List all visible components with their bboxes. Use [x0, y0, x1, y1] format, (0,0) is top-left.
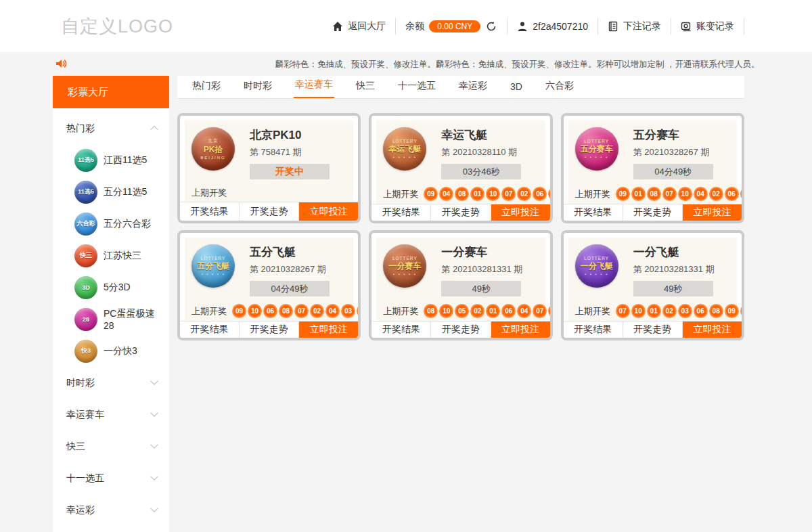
lottery-badge-icon: 快3 [74, 340, 97, 363]
result-ball: 02 [470, 304, 484, 318]
sidebar-group-4[interactable]: 十一选五 [66, 462, 157, 494]
result-ball: 06 [263, 304, 277, 318]
bet-now-button[interactable]: 立即投注 [491, 322, 550, 338]
username-text: 2f2a4507210 [533, 21, 588, 32]
tab-5[interactable]: 十一选五 [397, 80, 437, 98]
sidebar-item-3[interactable]: 六合彩五分六合彩 [66, 208, 157, 240]
game-logo-sub: • • • • • [393, 272, 417, 276]
bet-now-button[interactable]: 立即投注 [683, 322, 742, 338]
sidebar-item-7[interactable]: 快3一分快3 [66, 335, 157, 367]
tab-7[interactable]: 3D [509, 81, 524, 98]
account-records-link[interactable]: 账变记录 [681, 20, 734, 32]
notice-bar: 麟彩特色：免抽成、预设开奖、修改注单。麟彩特色：免抽成、预设开奖、修改注单。彩种… [0, 53, 812, 76]
last-draw-label: 上期开奖 [383, 188, 418, 200]
lottery-badge-icon: 快三 [74, 244, 97, 267]
refresh-balance-icon[interactable] [485, 20, 497, 32]
user-account[interactable]: 2f2a4507210 [517, 21, 588, 32]
balance-badge: 0.00 CNY [429, 20, 480, 32]
bet-records-link[interactable]: 下注记录 [608, 20, 661, 32]
tab-4[interactable]: 快三 [355, 80, 376, 98]
result-ball: 06 [694, 304, 708, 318]
sidebar: 彩票大厅 热门彩 11选5江西11选511选5五分11选5六合彩五分六合彩快三江… [53, 76, 169, 532]
game-logo-icon: LOTTERY一分赛车• • • • • [383, 244, 426, 288]
back-to-hall-link[interactable]: 返回大厅 [332, 20, 386, 32]
game-issue: 第 20210328267 期 [633, 146, 730, 158]
sidebar-item-1[interactable]: 11选5江西11选5 [66, 144, 157, 176]
chevron-down-icon [150, 472, 158, 480]
last-draw-row: 上期开奖091006080702040305 [191, 304, 346, 318]
result-ball: 06 [501, 304, 516, 318]
tab-3[interactable]: 幸运赛车 [294, 79, 334, 98]
trend-button[interactable]: 开奖走势 [623, 204, 683, 221]
drawing-status: 开奖中 [250, 164, 330, 179]
trend-button[interactable]: 开奖走势 [623, 322, 683, 338]
last-draw-label: 上期开奖 [575, 188, 610, 200]
sidebar-group-2[interactable]: 幸运赛车 [66, 399, 157, 430]
sidebar-item-2[interactable]: 11选5五分11选5 [66, 176, 157, 208]
bet-now-button[interactable]: 立即投注 [683, 204, 742, 221]
result-ball: 01 [470, 187, 484, 201]
game-logo-icon: LOTTERY幸运飞艇• • • • • [383, 127, 426, 171]
trend-button[interactable]: 开奖走势 [431, 204, 491, 221]
bet-now-button[interactable]: 立即投注 [299, 202, 358, 221]
game-logo-sub: • • • • • [393, 155, 417, 159]
sidebar-item-4[interactable]: 快三江苏快三 [66, 240, 157, 271]
lottery-badge-icon: 28 [74, 308, 97, 331]
sidebar-group-label: 幸运赛车 [66, 409, 104, 421]
sidebar-group-hot[interactable]: 热门彩 [66, 112, 157, 144]
tab-1[interactable]: 热门彩 [191, 80, 222, 98]
lottery-badge-icon: 3D [74, 276, 97, 299]
trend-button[interactable]: 开奖走势 [431, 322, 491, 338]
result-ball: 05 [455, 304, 469, 318]
bet-now-button[interactable]: 立即投注 [299, 322, 358, 338]
divider [597, 18, 598, 35]
game-logo-top: LOTTERY [201, 256, 226, 261]
game-title: 北京PK10 [250, 127, 346, 143]
sidebar-group-label: 幸运彩 [66, 504, 95, 516]
results-button[interactable]: 开奖结果 [180, 202, 240, 221]
results-button[interactable]: 开奖结果 [564, 204, 623, 221]
game-title: 一分飞艇 [633, 244, 730, 260]
last-draw-label: 上期开奖 [575, 305, 610, 317]
card-body: LOTTERY幸运飞艇• • • • •幸运飞艇第 20210328110 期0… [376, 120, 545, 204]
sidebar-group-3[interactable]: 快三 [66, 430, 157, 462]
results-button[interactable]: 开奖结果 [180, 322, 240, 338]
results-button[interactable]: 开奖结果 [564, 322, 623, 338]
game-logo-top: LOTTERY [392, 139, 418, 143]
sidebar-group-label: 快三 [66, 441, 85, 453]
game-issue: 第 758471 期 [250, 146, 346, 158]
result-ball: 09 [725, 304, 739, 318]
sidebar-item-label: 江苏快三 [104, 250, 141, 262]
last-draw-balls: 081005020106040703 [424, 304, 552, 318]
tab-8[interactable]: 六合彩 [544, 80, 575, 98]
result-ball: 02 [517, 187, 531, 201]
result-ball: 03 [341, 304, 355, 318]
sidebar-group-6[interactable]: 3D [66, 526, 157, 532]
last-draw-row: 上期开奖090408011007020605 [383, 187, 538, 201]
game-issue: 第 20210328110 期 [441, 146, 538, 158]
result-ball: 07 [533, 304, 547, 318]
result-ball: 08 [279, 304, 293, 318]
results-button[interactable]: 开奖结果 [371, 204, 431, 221]
result-ball: 04 [325, 304, 340, 318]
speaker-icon[interactable] [55, 58, 67, 71]
game-logo-sub: BEIJING [200, 156, 225, 160]
last-draw-row: 上期开奖081005020106040703 [383, 304, 538, 318]
tab-2[interactable]: 时时彩 [242, 80, 273, 98]
trend-button[interactable]: 开奖走势 [240, 202, 299, 221]
tab-6[interactable]: 幸运彩 [457, 80, 489, 98]
game-logo-top: LOTTERY [392, 256, 418, 261]
results-button[interactable]: 开奖结果 [371, 322, 431, 338]
result-ball: 08 [647, 187, 661, 201]
last-draw-balls: 071001020306080905 [616, 304, 744, 318]
bet-now-button[interactable]: 立即投注 [491, 204, 550, 221]
game-logo-top: 北京 [208, 138, 219, 144]
last-draw-label: 上期开奖 [191, 187, 227, 199]
result-ball: 08 [455, 187, 469, 201]
trend-button[interactable]: 开奖走势 [240, 322, 299, 338]
result-ball: 10 [486, 187, 500, 201]
sidebar-group-1[interactable]: 时时彩 [66, 367, 157, 399]
sidebar-item-6[interactable]: 28PC蛋蛋极速28 [66, 303, 157, 335]
sidebar-group-5[interactable]: 幸运彩 [66, 494, 157, 526]
sidebar-item-5[interactable]: 3D5分3D [66, 271, 157, 303]
